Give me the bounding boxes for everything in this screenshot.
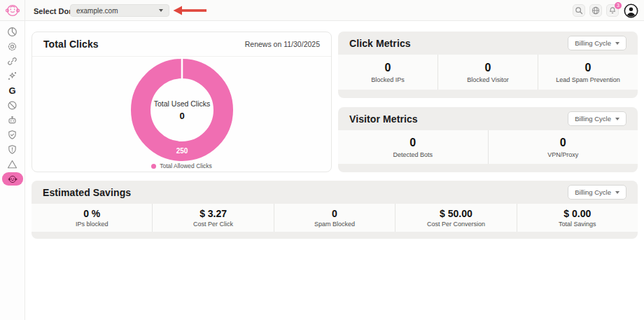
sidebar-item-links[interactable]: [0, 54, 25, 69]
stat-lead-spam-prevention: 0 Lead Spam Prevention: [538, 55, 638, 90]
pie-chart-icon: [7, 27, 18, 37]
sparkle-icon: [7, 71, 18, 81]
donut-center-value: 0: [179, 111, 184, 121]
domain-dropdown[interactable]: example.com: [70, 4, 169, 17]
stat-label: Blocked IPs: [371, 76, 405, 83]
shield-alert-icon: [7, 144, 18, 155]
stat-value: $ 3.27: [200, 208, 227, 219]
estimated-savings-billing-cycle-button[interactable]: Billing Cycle: [568, 185, 626, 200]
stat-total-savings: $ 0.00 Total Savings: [517, 204, 638, 232]
estimated-savings-title: Estimated Savings: [43, 187, 131, 198]
language-button[interactable]: [589, 4, 602, 17]
stat-vpn-proxy: 0 VPN/Proxy: [489, 130, 638, 164]
sidebar-item-dashboard[interactable]: [0, 25, 25, 39]
stat-label: IPs blocked: [76, 221, 108, 228]
sidebar-item-google[interactable]: G: [0, 83, 25, 98]
mascot-icon: [8, 174, 18, 184]
donut-center-label: Total Used Clicks: [153, 99, 210, 108]
main-content: Total Clicks Renews on 11/30/2025 Total …: [25, 21, 644, 320]
click-metrics-title: Click Metrics: [349, 38, 411, 49]
sidebar-item-active-mascot[interactable]: [2, 172, 23, 186]
stat-cost-per-click: $ 3.27 Cost Per Click: [153, 204, 274, 232]
sidebar-item-warnings[interactable]: [0, 157, 25, 172]
stat-spam-blocked: 0 Spam Blocked: [274, 204, 396, 232]
stat-detected-bots: 0 Detected Bots: [338, 130, 489, 164]
total-clicks-title: Total Clicks: [43, 39, 99, 50]
stat-label: Cost Per Click: [193, 221, 233, 228]
stat-label: Spam Blocked: [314, 221, 355, 228]
total-clicks-donut-chart: Total Used Clicks 0 250: [32, 58, 331, 162]
stat-value: 0: [385, 62, 391, 74]
click-metrics-billing-cycle-button[interactable]: Billing Cycle: [568, 36, 626, 50]
visitor-metrics-stats: 0 Detected Bots 0 VPN/Proxy: [338, 130, 638, 164]
renews-date-text: Renews on 11/30/2025: [245, 40, 320, 48]
mascot-logo-icon: [5, 3, 20, 18]
sidebar-item-bots[interactable]: [0, 113, 25, 127]
notification-badge: 3: [615, 2, 622, 9]
top-bar: Select Domain example.com: [0, 0, 644, 21]
avatar[interactable]: [623, 3, 638, 18]
shield-check-icon: [7, 130, 18, 140]
total-clicks-card: Total Clicks Renews on 11/30/2025 Total …: [31, 32, 332, 172]
legend-dot-icon: [151, 164, 156, 169]
sidebar-item-automation[interactable]: [0, 69, 25, 83]
click-metrics-stats: 0 Blocked IPs 0 Blocked Visitor 0 Lead S…: [338, 55, 638, 90]
chevron-down-icon: [615, 118, 620, 120]
stat-blocked-visitor: 0 Blocked Visitor: [438, 55, 538, 90]
estimated-savings-card: Estimated Savings Billing Cycle 0 % IPs …: [31, 181, 638, 239]
stat-label: Blocked Visitor: [467, 76, 508, 83]
visitor-metrics-billing-cycle-button[interactable]: Billing Cycle: [568, 111, 626, 126]
stat-label: Cost Per Conversion: [427, 221, 485, 228]
sidebar-item-alerts[interactable]: [0, 142, 25, 157]
billing-cycle-label: Billing Cycle: [575, 39, 611, 47]
stat-cost-per-conversion: $ 50.00 Cost Per Conversion: [396, 204, 517, 232]
chevron-down-icon: [615, 191, 620, 194]
sidebar-nav: G: [0, 21, 25, 320]
stat-value: 0 %: [83, 208, 100, 219]
domain-dropdown-value: example.com: [76, 7, 118, 15]
sidebar-item-blocking[interactable]: [0, 98, 25, 113]
visitor-metrics-title: Visitor Metrics: [349, 113, 418, 125]
search-icon: [575, 6, 583, 15]
legend-label: Total Allowed Clicks: [160, 162, 212, 169]
stat-blocked-ips: 0 Blocked IPs: [338, 55, 438, 90]
stat-label: Detected Bots: [393, 151, 433, 158]
notifications-button[interactable]: 3: [606, 4, 619, 17]
topbar-actions: 3: [573, 3, 638, 18]
sidebar-item-settings[interactable]: [0, 39, 25, 54]
dashboard-screen: Select Domain example.com: [0, 0, 644, 320]
donut-slice-label: 250: [176, 147, 188, 155]
google-icon: G: [8, 85, 15, 96]
stat-value: 0: [560, 137, 566, 149]
chevron-down-icon: [159, 9, 163, 12]
donut-legend: Total Allowed Clicks: [32, 162, 331, 169]
stat-label: Total Savings: [559, 221, 596, 228]
stat-value: $ 50.00: [440, 208, 472, 219]
link-icon: [7, 56, 18, 67]
billing-cycle-label: Billing Cycle: [575, 188, 611, 196]
bot-icon: [7, 115, 18, 125]
gear-icon: [7, 41, 18, 52]
stat-label: VPN/Proxy: [547, 151, 578, 158]
chevron-down-icon: [615, 42, 620, 45]
stat-value: 0: [410, 137, 416, 149]
search-button[interactable]: [573, 4, 585, 17]
warning-triangle-icon: [7, 159, 18, 169]
visitor-metrics-card: Visitor Metrics Billing Cycle 0 Detected…: [338, 107, 638, 172]
app-logo[interactable]: [0, 0, 25, 21]
annotation-arrow-left-icon: [173, 6, 208, 15]
stat-value: 0: [485, 62, 491, 74]
stat-value: 0: [585, 62, 592, 74]
click-metrics-card: Click Metrics Billing Cycle 0 Blocked IP…: [338, 32, 638, 98]
block-icon: [7, 100, 18, 111]
sidebar-item-protection[interactable]: [0, 127, 25, 142]
stat-value: $ 0.00: [564, 208, 591, 219]
user-avatar-icon: [624, 4, 638, 18]
globe-icon: [592, 6, 600, 15]
stat-ips-blocked: 0 % IPs blocked: [31, 204, 153, 232]
billing-cycle-label: Billing Cycle: [575, 115, 611, 123]
estimated-savings-stats: 0 % IPs blocked $ 3.27 Cost Per Click 0 …: [31, 204, 638, 232]
stat-value: 0: [332, 208, 337, 219]
stat-label: Lead Spam Prevention: [556, 76, 620, 83]
